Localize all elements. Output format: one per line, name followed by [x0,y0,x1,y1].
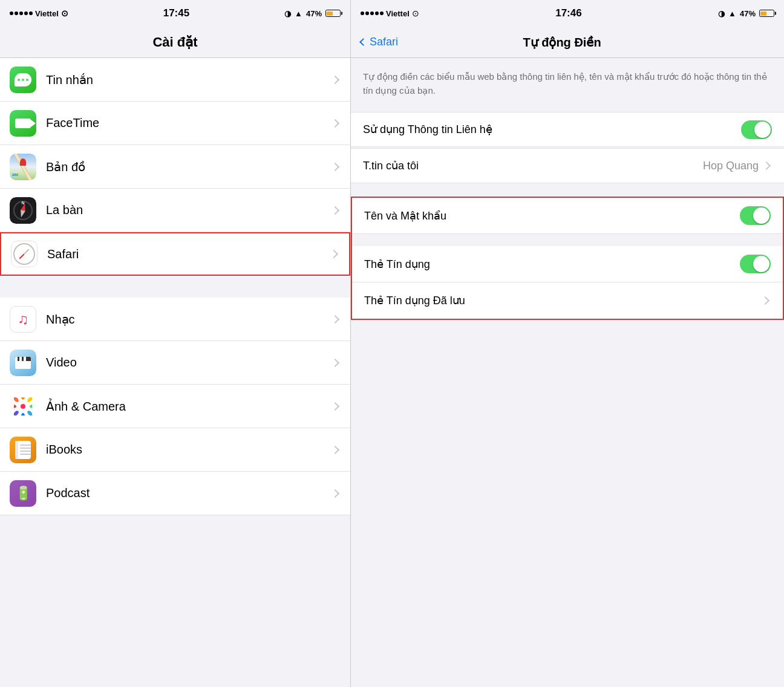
my-info-label: T.tin của tôi [363,159,703,172]
maps-icon: 280 [10,154,36,180]
wifi-icon: ⊙ [61,8,68,18]
safari-label: Safari [47,247,331,261]
compass-needle-white [19,209,25,218]
credit-card-label: Thẻ Tín dụng [364,258,740,271]
clapboard-icon [15,357,31,369]
svg-point-2 [27,397,32,403]
messages-label: Tin nhắn [46,73,332,87]
podcasts-icon-symbol: 🔋 [15,486,31,501]
right-signal-dot-1 [361,11,364,15]
right-battery-icon [759,10,774,17]
right-content: Tự động điền các biểu mẫu web bằng thông… [351,58,784,687]
contact-info-label: Sử dụng Thông tin Liên hệ [363,123,741,136]
clapboard-stripe-1 [15,357,18,361]
safari-needle [19,249,30,259]
book-line-1 [20,444,31,446]
signal-dot-5 [29,11,33,15]
battery-icon [325,10,341,17]
name-password-label: Tên và Mật khẩu [364,209,740,223]
settings-item-facetime[interactable]: FaceTime [0,102,350,145]
maps-inner: 280 [10,154,36,180]
signal-dot-3 [19,11,23,15]
svg-point-6 [14,409,19,415]
battery-icon-container [325,10,341,17]
right-nav-title: Tự động Điền [398,35,726,50]
name-password-item[interactable]: Tên và Mật khẩu [352,198,783,234]
ibooks-icon [10,437,36,463]
compass-circle: N [13,201,33,220]
left-status-left: Viettel ⊙ [10,8,68,18]
right-battery-container [759,10,774,17]
chevron-icon-podcasts [331,489,339,497]
settings-item-podcasts[interactable]: 🔋 Podcast [0,472,350,515]
my-info-item[interactable]: T.tin của tôi Hop Quang [351,149,784,183]
right-signal-dot-4 [375,11,379,15]
left-status-right: ◑ ▲ 47% [284,9,341,18]
book-icon [15,441,31,459]
my-info-group: T.tin của tôi Hop Quang [351,148,784,183]
carrier-label: Viettel [35,9,59,18]
maps-pin [20,158,26,166]
safari-circle [13,243,35,265]
book-line-3 [20,451,31,452]
location-icon: ▲ [295,9,302,18]
book-line-4 [20,454,31,455]
credit-card-toggle-knob [753,256,769,272]
chevron-icon-photos [331,402,339,410]
podcasts-icon: 🔋 [10,480,36,507]
signal-dot-2 [15,11,18,15]
chevron-icon-video [331,358,339,366]
chevron-icon-compass [331,206,339,214]
maps-label: Bản đồ [46,160,332,174]
right-signal-dots [361,11,384,15]
settings-item-ibooks[interactable]: iBooks [0,428,350,472]
settings-item-safari[interactable]: Safari [0,232,350,276]
credit-card-item[interactable]: Thẻ Tín dụng [352,246,783,282]
settings-item-messages[interactable]: Tin nhắn [0,58,350,102]
photos-label: Ảnh & Camera [46,399,332,414]
contact-info-toggle[interactable] [741,120,772,139]
podcasts-label: Podcast [46,486,332,500]
chevron-icon-maps [331,162,339,171]
back-label: Safari [370,36,398,48]
settings-item-photos[interactable]: Ảnh & Camera [0,385,350,428]
credit-card-toggle[interactable] [740,255,771,273]
battery-percent: 47% [306,9,322,18]
highlighted-group-gap [352,234,783,246]
section-gap-right [351,184,784,197]
contact-info-item[interactable]: Sử dụng Thông tin Liên hệ [351,112,784,146]
settings-item-compass[interactable]: N La bàn [0,189,350,232]
safari-icon [11,241,38,267]
right-time: 17:46 [555,7,581,19]
svg-point-5 [21,413,25,415]
settings-item-maps[interactable]: 280 Bản đồ [0,145,350,189]
saved-credit-cards-item[interactable]: Thẻ Tín dụng Đã lưu [352,282,783,319]
right-signal-dot-3 [370,11,374,15]
battery-fill [327,11,332,16]
messages-dots [18,79,28,81]
chevron-icon-facetime [331,119,339,127]
svg-point-3 [30,405,32,408]
my-info-value: Hop Quang [703,160,759,172]
right-status-bar: Viettel ⊙ 17:46 ◑ ▲ 47% [351,0,784,27]
chevron-icon-safari [330,250,338,258]
signal-dot-1 [10,11,13,15]
video-icon [10,350,36,376]
name-password-toggle[interactable] [740,206,771,225]
description-section: Tự động điền các biểu mẫu web bằng thông… [351,58,784,112]
compass-icon: N [10,197,36,224]
back-button[interactable]: Safari [361,36,398,48]
left-page-title: Cài đặt [152,34,197,50]
right-lock-icon: ◑ [718,9,725,18]
chevron-icon-messages [331,75,339,83]
lock-icon: ◑ [284,9,291,18]
maps-label-text: 280 [12,173,18,177]
facetime-icon [10,110,36,137]
left-status-bar: Viettel ⊙ 17:45 ◑ ▲ 47% [0,0,350,27]
name-password-toggle-knob [753,207,769,224]
svg-point-8 [14,397,19,403]
clapboard-stripe-3 [24,357,26,361]
clapboard-stripe-2 [19,357,22,361]
settings-item-video[interactable]: Video [0,341,350,385]
settings-item-music[interactable]: ♫ Nhạc [0,298,350,341]
